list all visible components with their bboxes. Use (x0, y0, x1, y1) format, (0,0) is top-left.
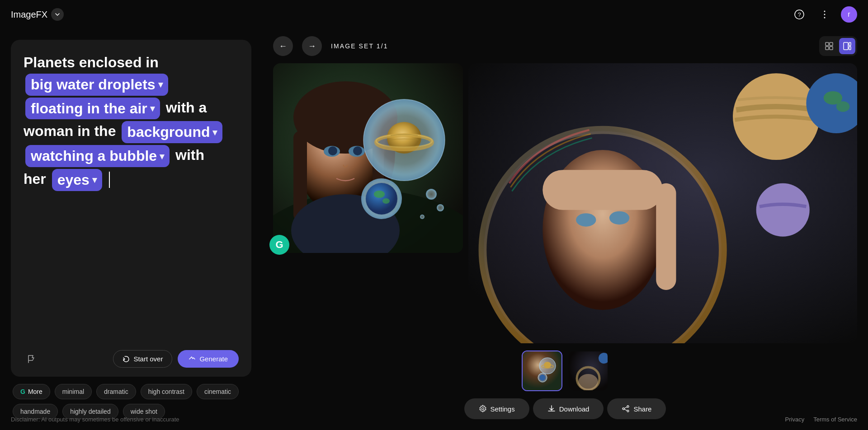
svg-point-21 (353, 146, 362, 155)
main-content: Planets enclosed in big water droplets ▾… (0, 29, 868, 430)
svg-rect-44 (542, 170, 663, 210)
svg-point-53 (539, 374, 546, 381)
prev-image-button[interactable]: ← (273, 36, 293, 56)
svg-point-31 (382, 198, 390, 204)
main-image-svg (273, 63, 463, 253)
app-header: ImageFX ? r (0, 0, 868, 29)
style-chip-dramatic[interactable]: dramatic (96, 384, 136, 399)
svg-point-39 (836, 101, 850, 112)
footer-links: Privacy Terms of Service (785, 416, 857, 423)
next-image-button[interactable]: → (302, 36, 322, 56)
svg-point-20 (328, 146, 337, 155)
svg-rect-11 (849, 47, 851, 50)
share-button[interactable]: Share (607, 398, 666, 419)
chip-arrow-icon: ▾ (212, 126, 217, 139)
thumbnail-1[interactable] (522, 351, 562, 391)
user-avatar[interactable]: r (841, 6, 857, 23)
thumbnail-1-svg (523, 351, 561, 390)
svg-point-58 (578, 374, 598, 390)
settings-button[interactable]: Settings (464, 398, 529, 419)
grid-icon (825, 42, 833, 50)
header-right: ? r (790, 5, 857, 23)
help-button[interactable]: ? (790, 5, 808, 23)
svg-point-61 (623, 408, 624, 410)
images-area (273, 63, 857, 343)
thumbnails-row (273, 351, 857, 391)
style-chips-row: G More minimal dramatic high contrast ci… (11, 384, 251, 419)
chip-arrow-icon: ▾ (92, 173, 97, 186)
svg-point-59 (481, 408, 484, 410)
svg-rect-5 (826, 42, 829, 46)
svg-point-40 (756, 183, 810, 237)
prompt-text: Planets enclosed in big water droplets ▾… (24, 52, 239, 192)
image-set-header: ← → IMAGE SET 1/1 (273, 36, 857, 56)
svg-rect-10 (849, 42, 851, 46)
share-icon (622, 405, 630, 413)
start-over-button[interactable]: Start over (113, 350, 172, 368)
chip-eyes[interactable]: eyes ▾ (52, 169, 102, 191)
focus-icon (843, 42, 851, 50)
download-button[interactable]: Download (533, 398, 604, 419)
svg-point-62 (627, 410, 629, 412)
svg-rect-8 (830, 47, 833, 50)
bottom-action-bar: Settings Download Share (273, 398, 857, 419)
svg-point-46 (576, 213, 596, 227)
generate-button[interactable]: Generate (178, 350, 239, 368)
style-chip-minimal[interactable]: minimal (55, 384, 92, 399)
chip-background[interactable]: background ▾ (122, 121, 222, 143)
g-icon: G (20, 388, 25, 395)
refresh-icon (123, 355, 130, 363)
chip-arrow-icon: ▾ (160, 150, 164, 163)
app-logo: ImageFX (11, 9, 47, 20)
download-icon (547, 405, 556, 413)
svg-point-33 (437, 204, 444, 211)
chip-floating-in-the-air[interactable]: floating in the air ▾ (25, 98, 160, 120)
chip-watching-a-bubble[interactable]: watching a bubble ▾ (25, 145, 170, 167)
chip-arrow-icon: ▾ (150, 102, 155, 115)
prompt-box: Planets enclosed in big water droplets ▾… (11, 40, 251, 377)
svg-rect-45 (656, 183, 676, 290)
header-left: ImageFX (11, 8, 64, 21)
svg-point-60 (627, 406, 629, 407)
svg-point-34 (420, 215, 425, 219)
right-panel: ← → IMAGE SET 1/1 (262, 29, 868, 430)
svg-rect-6 (830, 42, 833, 46)
chip-big-water-droplets[interactable]: big water droplets ▾ (25, 74, 168, 96)
main-image[interactable] (273, 63, 463, 253)
svg-rect-7 (826, 47, 829, 50)
grammarly-badge[interactable]: G (269, 235, 289, 255)
style-chip-cinematic[interactable]: cinematic (197, 384, 239, 399)
chip-arrow-icon: ▾ (158, 78, 163, 91)
svg-point-4 (824, 17, 826, 19)
view-toggle (819, 36, 857, 56)
svg-rect-9 (844, 42, 848, 50)
disclaimer-text: Disclaimer: AI outputs may sometimes be … (11, 416, 179, 423)
logo-dropdown-button[interactable] (51, 8, 64, 21)
svg-point-3 (824, 14, 826, 15)
left-panel: Planets enclosed in big water droplets ▾… (0, 29, 262, 430)
svg-point-29 (366, 183, 397, 215)
thumbnail-2[interactable] (568, 351, 609, 391)
more-styles-button[interactable]: G More (13, 384, 50, 399)
secondary-image-svg (468, 63, 857, 343)
generate-icon (189, 355, 196, 363)
prompt-action-buttons: Start over Generate (113, 350, 239, 368)
privacy-link[interactable]: Privacy (785, 416, 805, 423)
settings-icon (479, 405, 487, 413)
svg-point-2 (824, 11, 826, 12)
text-cursor (109, 172, 110, 188)
terms-link[interactable]: Terms of Service (813, 416, 857, 423)
thumbnail-2-svg (569, 351, 608, 390)
flag-button[interactable] (24, 351, 40, 367)
svg-text:?: ? (797, 11, 801, 18)
more-options-button[interactable] (816, 5, 834, 23)
style-chip-high-contrast[interactable]: high contrast (141, 384, 192, 399)
svg-point-30 (374, 191, 385, 198)
svg-point-32 (426, 189, 437, 200)
focus-view-button[interactable] (839, 38, 855, 54)
grid-view-button[interactable] (821, 38, 837, 54)
secondary-image[interactable] (468, 63, 857, 343)
svg-point-47 (609, 211, 629, 225)
image-set-label: IMAGE SET 1/1 (331, 42, 388, 50)
prompt-actions: Start over Generate (24, 350, 239, 368)
